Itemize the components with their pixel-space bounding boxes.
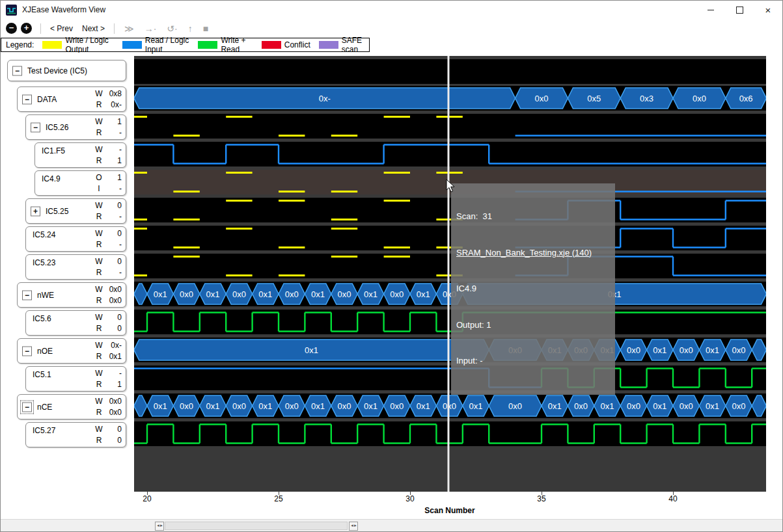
prev-button[interactable]: < Prev xyxy=(46,22,77,35)
collapse-icon[interactable]: − xyxy=(22,290,32,300)
svg-text:0x0: 0x0 xyxy=(574,401,588,411)
sidebar-item-ic5-26[interactable]: −IC5.26W1R- xyxy=(25,114,126,140)
wave-row-ic5-6 xyxy=(134,310,766,334)
signal-tree: −Test Device (IC5)−DATAW0x8R0x-−IC5.26W1… xyxy=(1,53,134,519)
expand-icon[interactable]: + xyxy=(31,206,40,216)
sidebar-item-ic5-25[interactable]: +IC5.25W0R- xyxy=(25,198,126,224)
legend-bar: Legend: Write / Logic OutputRead / Logic… xyxy=(1,38,370,52)
minimize-button[interactable] xyxy=(696,1,725,19)
step-up-icon[interactable]: ↑ xyxy=(183,23,198,34)
sidebar-item-nce[interactable]: −nCEW0x0R0x0 xyxy=(17,394,126,419)
svg-text:0x1: 0x1 xyxy=(258,289,272,299)
axis-tick-label: 40 xyxy=(668,494,677,503)
sidebar-item-ic4-9[interactable]: IC4.9O1I- xyxy=(34,170,126,196)
axis-title: Scan Number xyxy=(424,506,474,515)
signal-values: O1I- xyxy=(94,172,122,194)
legend-swatch xyxy=(198,41,217,49)
toolbar-separator xyxy=(40,23,41,34)
svg-text:0x0: 0x0 xyxy=(285,289,299,299)
signal-values: W0R- xyxy=(94,256,122,278)
sidebar-item-ic1-f5[interactable]: IC1.F5W-R1 xyxy=(34,142,126,168)
legend-item-label: Write + Read xyxy=(221,36,253,54)
toolbar: − + < Prev Next > ≫ →· ↺· ↑ ■ xyxy=(1,19,783,38)
wave-row-noe: 0x10x00x10x00x10x00x10x00x10x0 xyxy=(134,338,766,362)
tooltip-output: Output: 1 xyxy=(456,319,610,332)
svg-text:0x1: 0x1 xyxy=(206,401,220,411)
title-bar: XJEase Waveform View × xyxy=(1,1,782,19)
signal-values: W0x0R0x0 xyxy=(94,284,122,306)
wave-row-ic1-f5 xyxy=(134,142,766,166)
sidebar-item-ic5-27[interactable]: IC5.27W0R0 xyxy=(25,422,126,447)
stop-icon[interactable]: ■ xyxy=(198,23,213,34)
axis-tick-label: 25 xyxy=(274,494,282,503)
scan-cursor-line[interactable] xyxy=(447,56,449,492)
svg-text:0x1: 0x1 xyxy=(311,289,325,299)
signal-name-label: IC5.27 xyxy=(33,426,55,435)
tooltip-input: Input: - xyxy=(456,355,610,367)
sidebar-item-test-device-ic5-[interactable]: −Test Device (IC5) xyxy=(7,60,126,81)
sidebar-item-ic5-23[interactable]: IC5.23W0R- xyxy=(25,254,126,280)
fast-forward-icon[interactable]: ≫ xyxy=(119,23,139,34)
maximize-icon xyxy=(736,7,743,14)
sidebar-item-ic5-1[interactable]: IC5.1W-R1 xyxy=(25,366,126,392)
next-button[interactable]: Next > xyxy=(77,22,109,35)
signal-name-label: IC5.23 xyxy=(33,258,55,267)
svg-text:0x1: 0x1 xyxy=(706,401,719,411)
close-button[interactable]: × xyxy=(754,1,782,19)
svg-text:0x0: 0x0 xyxy=(390,289,404,299)
signal-name-label: IC5.24 xyxy=(33,230,55,239)
svg-text:0x1: 0x1 xyxy=(311,401,325,411)
svg-text:0x0: 0x0 xyxy=(180,401,193,411)
svg-text:0x0: 0x0 xyxy=(390,401,404,411)
signal-name-label: IC4.9 xyxy=(42,174,61,183)
signal-values: W0x8R0x- xyxy=(94,88,122,111)
minimize-icon xyxy=(707,10,714,10)
signal-name-label: nOE xyxy=(37,347,53,356)
step-return-icon[interactable]: ↺· xyxy=(161,23,182,34)
signal-name-label: IC5.26 xyxy=(46,123,68,132)
collapse-icon[interactable]: − xyxy=(31,122,40,132)
svg-text:0x0: 0x0 xyxy=(338,289,351,299)
app-waveform-icon xyxy=(6,5,17,16)
axis-tick-label: 20 xyxy=(143,494,151,503)
sidebar-item-ic5-24[interactable]: IC5.24W0R- xyxy=(25,226,126,252)
maximize-button[interactable] xyxy=(725,1,754,19)
signal-values: W-R1 xyxy=(94,144,122,166)
svg-text:0x1: 0x1 xyxy=(305,345,318,355)
svg-text:0x1: 0x1 xyxy=(154,401,167,411)
wave-row-ic5-23 xyxy=(134,254,766,278)
sidebar-item-nwe[interactable]: −nWEW0x0R0x0 xyxy=(17,282,126,308)
sidebar-item-noe[interactable]: −nOEW0x-R0x1 xyxy=(17,338,126,364)
collapse-icon[interactable]: − xyxy=(22,402,32,412)
waveform-panel[interactable]: 0x-0x00x50x30x00x60x10x00x10x00x10x00x10… xyxy=(134,56,766,492)
scrollbar-track[interactable] xyxy=(165,522,348,530)
close-icon: × xyxy=(765,5,771,15)
axis-tick-label: 30 xyxy=(405,494,414,503)
collapse-icon[interactable]: − xyxy=(12,66,22,75)
step-over-icon[interactable]: →· xyxy=(139,23,162,34)
legend-item-label: SAFE scan xyxy=(342,36,369,54)
sidebar-item-data[interactable]: −DATAW0x8R0x- xyxy=(17,86,126,112)
svg-text:0x0: 0x0 xyxy=(508,401,522,411)
horizontal-scrollbar[interactable]: ◄► ◄► xyxy=(1,519,783,532)
legend-item-label: Write / Logic Output xyxy=(65,36,113,54)
zoom-in-button[interactable]: + xyxy=(21,23,32,34)
scan-tooltip: Scan: 31 SRAM_Non_Bank_Testing.xje (140)… xyxy=(451,183,615,395)
collapse-icon[interactable]: − xyxy=(22,346,32,356)
legend-swatch xyxy=(42,41,62,49)
signal-values: W0R- xyxy=(94,228,122,250)
svg-text:0x5: 0x5 xyxy=(587,94,601,103)
collapse-icon[interactable]: − xyxy=(22,94,32,104)
legend-swatch xyxy=(319,41,338,49)
signal-name-label: IC5.1 xyxy=(33,370,51,379)
legend-item-label: Read / Logic Input xyxy=(145,36,190,54)
zoom-out-button[interactable]: − xyxy=(6,23,17,34)
svg-text:0x0: 0x0 xyxy=(693,94,706,103)
svg-text:0x0: 0x0 xyxy=(338,401,351,411)
svg-text:0x0: 0x0 xyxy=(535,94,549,103)
signal-name-label: IC1.F5 xyxy=(42,146,65,155)
svg-text:0x1: 0x1 xyxy=(417,289,430,299)
sidebar-item-ic5-6[interactable]: IC5.6W0R0 xyxy=(25,310,126,336)
scrollbar-grip-right[interactable]: ◄► xyxy=(349,522,358,531)
scrollbar-grip-left[interactable]: ◄► xyxy=(155,522,164,531)
